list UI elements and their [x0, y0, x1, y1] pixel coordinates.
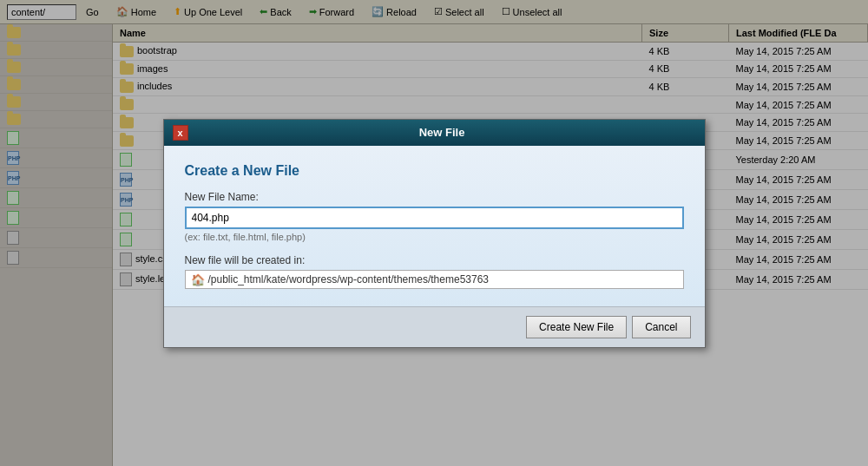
modal-titlebar: x New File [164, 120, 705, 146]
modal-footer: Create New File Cancel [164, 306, 705, 347]
location-label: New file will be created in: [185, 254, 684, 266]
cancel-button[interactable]: Cancel [632, 316, 690, 338]
home-path-icon [191, 273, 205, 286]
modal-overlay: x New File Create a New File New File Na… [0, 0, 868, 466]
modal-heading: Create a New File [185, 163, 684, 179]
create-new-file-button[interactable]: Create New File [526, 316, 627, 338]
filename-hint: (ex: file.txt, file.html, file.php) [185, 232, 684, 242]
path-text: /public_html/kate/wordpress/wp-content/t… [208, 273, 490, 286]
new-file-dialog: x New File Create a New File New File Na… [163, 119, 706, 348]
modal-close-button[interactable]: x [173, 125, 188, 141]
modal-title: New File [188, 126, 696, 139]
modal-body: Create a New File New File Name: (ex: fi… [164, 146, 705, 306]
path-field: /public_html/kate/wordpress/wp-content/t… [185, 270, 684, 289]
filename-label: New File Name: [185, 191, 684, 203]
filename-input[interactable] [185, 207, 684, 229]
